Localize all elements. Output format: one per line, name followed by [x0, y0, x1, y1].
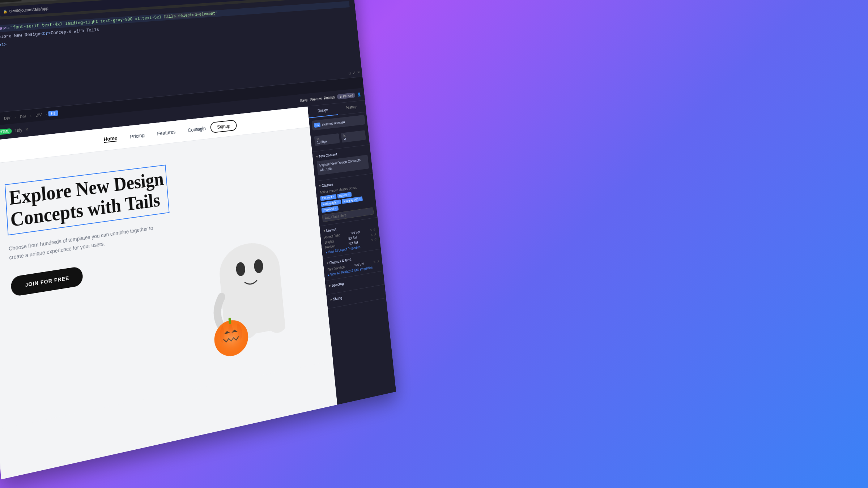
login-link[interactable]: Login [194, 125, 206, 132]
close-editor-button[interactable]: ✕ [357, 70, 360, 74]
valid-html-badge: ✓ Valid HTML [0, 128, 12, 137]
flexbox-label: Flexbox & Grid [329, 257, 352, 265]
nav-right: Login Signup [194, 119, 237, 135]
spacing-label: Spacing [332, 281, 344, 287]
close-toolbar-button[interactable]: ✕ [25, 127, 29, 132]
aspect-ratio-edit[interactable]: ✎ [370, 228, 373, 232]
display-value: Not Set [348, 236, 357, 241]
text-content-area[interactable]: Explore New Design Concepts with Tails [317, 155, 369, 175]
sizing-label: Sizing [333, 295, 342, 301]
save-button[interactable]: Save [300, 98, 308, 103]
nav-link-pricing[interactable]: Pricing [130, 132, 145, 140]
code-editor-toggle[interactable]: ⟨⟩ [348, 71, 351, 75]
h1-badge: H1 [314, 123, 320, 128]
size-xl: bp xl [341, 130, 366, 143]
preview-button[interactable]: Preview [310, 96, 322, 102]
editor-tools: ⟨⟩ ⤢ ✕ [348, 70, 360, 75]
signup-button[interactable]: Signup [210, 119, 237, 133]
classes-label: Classes [322, 182, 333, 188]
position-label: Position [325, 244, 336, 249]
paused-badge: ⏸ Paused [337, 93, 356, 99]
join-cta-button[interactable]: JOIN FOR FREE [10, 266, 84, 297]
position-actions: ✎ ↺ [371, 237, 376, 242]
classes-arrow: ▾ [319, 184, 321, 188]
position-value: Not Set [349, 240, 358, 245]
url-text: devdojo.com/tails/app [9, 6, 49, 13]
breadcrumb-div-2[interactable]: DIV [1, 115, 13, 121]
main-split: Home Pricing Features Contact Login Sign… [0, 100, 396, 479]
position-reset[interactable]: ↺ [374, 237, 376, 241]
text-content-label: Text Content [319, 152, 337, 158]
valid-html-label: ✓ Valid HTML [0, 129, 9, 135]
nav-link-features[interactable]: Features [157, 129, 176, 137]
nav-link-home[interactable]: Home [103, 135, 118, 143]
display-reset[interactable]: ↺ [374, 232, 376, 236]
aspect-ratio-actions: ✎ ↺ [370, 228, 376, 232]
class-font-serif[interactable]: font-serif ✕ [320, 194, 336, 201]
flex-direction-actions: ✎ ↺ [373, 259, 379, 264]
hero-section: Explore New DesignConcepts with Tails Ch… [0, 127, 333, 429]
lock-icon: 🔒 [3, 9, 8, 13]
preview-area: Home Pricing Features Contact Login Sign… [0, 107, 340, 479]
size-row: px 1320px bp xl [314, 130, 366, 146]
breadcrumb-div-3[interactable]: DIV [17, 113, 29, 120]
hero-image [184, 175, 316, 388]
aspect-ratio-reset[interactable]: ↺ [373, 228, 376, 232]
layout-label: Layout [326, 227, 336, 232]
hero-content: Explore New DesignConcepts with Tails Ch… [5, 162, 207, 425]
tidy-label: Tidy [14, 127, 22, 133]
size-1320: px 1320px [314, 133, 340, 146]
collapse-arrow: ▾ [316, 155, 318, 158]
browser-window: 🔧 Builder - Ta... ✕ + ‹ › ↻ 🔒 devdojo.co… [0, 0, 396, 479]
aspect-ratio-value: Not Set [350, 230, 360, 235]
class-text-4xl[interactable]: text-4xl ✕ [337, 192, 352, 198]
flex-direction-reset[interactable]: ↺ [376, 259, 379, 263]
position-edit[interactable]: ✎ [371, 238, 373, 242]
tidy-button[interactable]: Tidy [14, 127, 22, 133]
display-actions: ✎ ↺ [370, 232, 376, 237]
classes-section: ▾ Classes Add or remove classes below. f… [315, 174, 378, 226]
class-xl-text-5xl[interactable]: xl:text-5xl ✕ [322, 206, 339, 213]
toolbar-left: ✓ Valid HTML Tidy ✕ [0, 127, 29, 137]
flex-direction-value: Not Set [354, 262, 364, 267]
class-leading-tight[interactable]: leading-tight ✕ [321, 200, 341, 207]
breadcrumb-h1[interactable]: H1 [48, 110, 58, 116]
element-selected-label: element selected [322, 120, 345, 127]
display-edit[interactable]: ✎ [370, 233, 373, 237]
breadcrumb-div-4[interactable]: DIV [33, 111, 44, 118]
ghost-illustration [195, 189, 307, 386]
tab-history[interactable]: History [337, 100, 366, 115]
user-avatar: 👤 [357, 92, 361, 97]
expand-button[interactable]: ⤢ [353, 70, 356, 75]
publish-button[interactable]: Publish [324, 95, 335, 100]
tab-title: Builder - Ta... [0, 0, 11, 1]
flex-direction-edit[interactable]: ✎ [373, 260, 376, 264]
display-label: Display [325, 239, 335, 244]
